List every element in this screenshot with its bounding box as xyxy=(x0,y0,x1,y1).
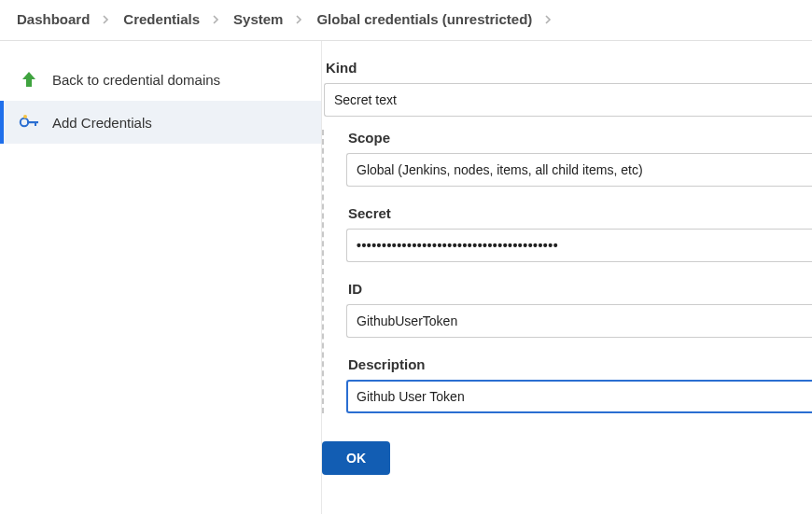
sidebar-item-label: Back to credential domains xyxy=(52,72,220,88)
svg-point-0 xyxy=(21,118,28,126)
breadcrumb: Dashboard Credentials System Global cred… xyxy=(0,0,812,41)
main-form: Kind Scope Secret ID Description OK xyxy=(322,41,812,514)
up-arrow-icon xyxy=(19,69,39,90)
breadcrumb-item-credentials[interactable]: Credentials xyxy=(123,11,200,27)
svg-rect-1 xyxy=(27,121,38,123)
sidebar: Back to credential domains Add Credentia… xyxy=(0,41,322,514)
chevron-right-icon xyxy=(287,15,313,24)
scope-select[interactable] xyxy=(346,153,812,187)
secret-input[interactable] xyxy=(346,229,812,262)
description-input[interactable] xyxy=(346,380,812,413)
id-label: ID xyxy=(346,281,812,297)
chevron-right-icon xyxy=(203,15,230,24)
id-input[interactable] xyxy=(346,304,812,338)
sidebar-item-add-credentials[interactable]: Add Credentials xyxy=(0,101,321,144)
chevron-right-icon xyxy=(93,15,119,24)
svg-rect-2 xyxy=(35,121,36,126)
breadcrumb-item-system[interactable]: System xyxy=(233,11,283,27)
breadcrumb-item-global-credentials[interactable]: Global credentials (unrestricted) xyxy=(316,11,532,27)
sidebar-item-back[interactable]: Back to credential domains xyxy=(0,58,321,101)
key-icon xyxy=(19,112,39,132)
kind-label: Kind xyxy=(324,60,812,76)
scope-label: Scope xyxy=(346,130,812,146)
svg-point-3 xyxy=(23,115,27,118)
kind-select[interactable] xyxy=(324,83,812,117)
chevron-right-icon xyxy=(536,15,562,24)
breadcrumb-item-dashboard[interactable]: Dashboard xyxy=(17,11,90,27)
secret-label: Secret xyxy=(346,205,812,221)
description-label: Description xyxy=(346,356,812,372)
sidebar-item-label: Add Credentials xyxy=(52,115,152,131)
ok-button[interactable]: OK xyxy=(322,441,390,475)
